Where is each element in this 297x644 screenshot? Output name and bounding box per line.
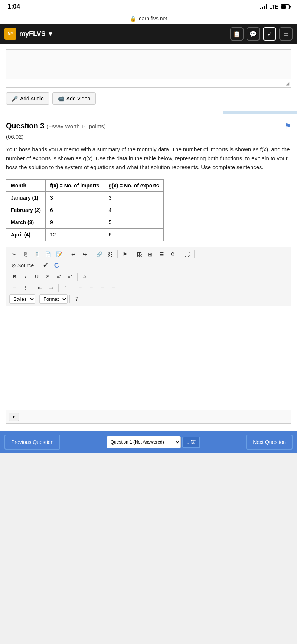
question-selector[interactable]: Question 1 (Not Answered) — [107, 436, 181, 448]
indent-less-button[interactable]: ⇤ — [35, 283, 45, 293]
indent-more-button[interactable]: ⇥ — [46, 283, 56, 293]
flag-icon[interactable]: ⚑ — [284, 122, 291, 131]
toolbar-separator-9 — [92, 273, 92, 281]
prev-answer-section: ◢ 🎤 Add Audio 📹 Add Video — [0, 44, 297, 111]
table-header-exports: g(x) = No. of exports — [104, 180, 164, 192]
scroll-down-button[interactable]: ▼ — [9, 413, 19, 421]
superscript-button[interactable]: x2 — [65, 272, 75, 281]
table-cell-exports-4: 6 — [104, 229, 164, 241]
ordered-list-button[interactable]: ≡ — [9, 283, 20, 293]
lte-label: LTE — [269, 4, 278, 10]
underline-button[interactable]: U — [32, 272, 42, 281]
question-title-group: Question 3 (Essay Worth 10 points) — [6, 122, 106, 130]
table-cell-exports-3: 5 — [104, 216, 164, 229]
unlink-button[interactable]: ⛓ — [105, 249, 115, 259]
add-audio-button[interactable]: 🎤 Add Audio — [6, 92, 49, 105]
toolbar-separator-11 — [58, 284, 59, 292]
toolbar-separator-12 — [73, 284, 73, 292]
subscript-button[interactable]: x2 — [54, 272, 64, 281]
toolbar-separator-1 — [66, 250, 66, 258]
table-cell-month-4: April (4) — [6, 229, 46, 241]
italic-button[interactable]: I — [20, 272, 31, 281]
brand[interactable]: MY myFLVS ▾ — [4, 28, 52, 40]
align-right-button[interactable]: ≡ — [97, 283, 108, 293]
bottom-nav: Previous Question Question 1 (Not Answer… — [0, 431, 297, 453]
table-row: April (4) 12 6 — [6, 229, 164, 241]
redo-button[interactable]: ↪ — [79, 249, 90, 259]
undo-button[interactable]: ↩ — [68, 249, 79, 259]
check-icon[interactable]: ✓ — [263, 27, 276, 41]
format-select[interactable]: Format — [39, 294, 68, 304]
editor-scroll-controls: ▼ — [6, 410, 291, 423]
clear-button[interactable]: C — [51, 261, 62, 270]
status-bar: 1:04 LTE — [0, 0, 297, 13]
question-text: Your boss hands you a memo with a summar… — [6, 145, 291, 172]
data-table: Month f(x) = No. of imports g(x) = No. o… — [6, 179, 164, 241]
cut-button[interactable]: ✂ — [9, 249, 20, 259]
table-cell-imports-4: 12 — [45, 229, 104, 241]
paste-word-button[interactable]: 📝 — [54, 249, 64, 259]
align-button[interactable]: ☰ — [156, 249, 167, 259]
brand-logo: MY — [4, 28, 16, 40]
editor-toolbar: ✂ ⎘ 📋 📄 📝 ↩ ↪ 🔗 ⛓ ⚑ 🖼 ⊞ ☰ — [6, 247, 291, 306]
strike-button[interactable]: S — [43, 272, 53, 281]
toolbar-separator-15 — [69, 295, 70, 303]
toolbar-separator-13 — [121, 284, 121, 292]
table-button[interactable]: ⊞ — [145, 249, 156, 259]
toolbar-row-4: ≡ ⋮ ⇤ ⇥ " ≡ ≡ ≡ ≡ — [9, 283, 288, 293]
message-icon[interactable]: 💬 — [247, 27, 260, 41]
align-center-button[interactable]: ≡ — [86, 283, 97, 293]
table-cell-imports-3: 9 — [45, 216, 104, 229]
editor-container: ✂ ⎘ 📋 📄 📝 ↩ ↪ 🔗 ⛓ ⚑ 🖼 ⊞ ☰ — [6, 247, 291, 424]
toolbar-separator-14 — [37, 295, 37, 303]
remove-format-button[interactable]: Ix — [79, 272, 90, 281]
copy-button[interactable]: ⎘ — [20, 249, 31, 259]
toolbar-row-3: B I U S x2 x2 Ix — [9, 272, 288, 281]
toolbar-separator-4 — [132, 250, 132, 258]
brand-name: myFLVS — [19, 30, 46, 38]
notebook-icon[interactable]: 📋 — [230, 27, 244, 41]
score-badge: 0 🖼 — [182, 437, 200, 448]
question-title: Question 3 (Essay Worth 10 points) — [6, 122, 106, 130]
status-right: LTE — [260, 4, 290, 10]
toolbar-separator-5 — [180, 250, 180, 258]
prev-answer-box[interactable] — [6, 49, 291, 79]
source-button[interactable]: ⊙ Source — [9, 261, 36, 270]
paste-button[interactable]: 📋 — [32, 249, 42, 259]
camera-icon: 📹 — [58, 96, 64, 102]
maximize-button[interactable]: ⛶ — [182, 249, 192, 259]
question-header: Question 3 (Essay Worth 10 points) ⚑ — [6, 122, 291, 131]
menu-icon[interactable]: ☰ — [279, 27, 293, 41]
toolbar-separator-7 — [38, 261, 38, 270]
bold-button[interactable]: B — [9, 272, 20, 281]
signal-icon — [260, 4, 267, 9]
unordered-list-button[interactable]: ⋮ — [20, 283, 31, 293]
blockquote-button[interactable]: " — [61, 283, 71, 293]
table-cell-imports-2: 6 — [45, 204, 104, 216]
url-bar[interactable]: 🔒 learn.flvs.net — [0, 13, 297, 24]
paste-text-button[interactable]: 📄 — [43, 249, 53, 259]
resize-icon: ◢ — [286, 81, 289, 86]
styles-select[interactable]: Styles — [9, 294, 35, 304]
mic-icon: 🎤 — [12, 96, 18, 102]
editor-area[interactable] — [6, 306, 291, 410]
flag-button[interactable]: ⚑ — [120, 249, 130, 259]
special-char-button[interactable]: Ω — [167, 249, 178, 259]
table-row: January (1) 3 3 — [6, 192, 164, 204]
question-code: (06.02) — [6, 133, 291, 140]
image-button[interactable]: 🖼 — [134, 249, 144, 259]
brand-dropdown-icon: ▾ — [49, 30, 52, 38]
toolbar-separator-6 — [194, 250, 195, 258]
nav-bar: MY myFLVS ▾ 📋 💬 ✓ ☰ — [0, 24, 297, 44]
previous-question-button[interactable]: Previous Question — [4, 435, 60, 450]
add-video-button[interactable]: 📹 Add Video — [52, 92, 96, 105]
help-button[interactable]: ? — [72, 294, 82, 304]
lock-icon: 🔒 — [130, 16, 136, 22]
align-justify-button[interactable]: ≡ — [108, 283, 119, 293]
resize-handle-row: ◢ — [6, 79, 291, 88]
table-cell-exports-1: 3 — [104, 192, 164, 204]
link-button[interactable]: 🔗 — [94, 249, 104, 259]
align-left-button[interactable]: ≡ — [75, 283, 85, 293]
next-question-button[interactable]: Next Question — [246, 435, 293, 450]
spellcheck-button[interactable]: ✓ — [40, 261, 50, 270]
